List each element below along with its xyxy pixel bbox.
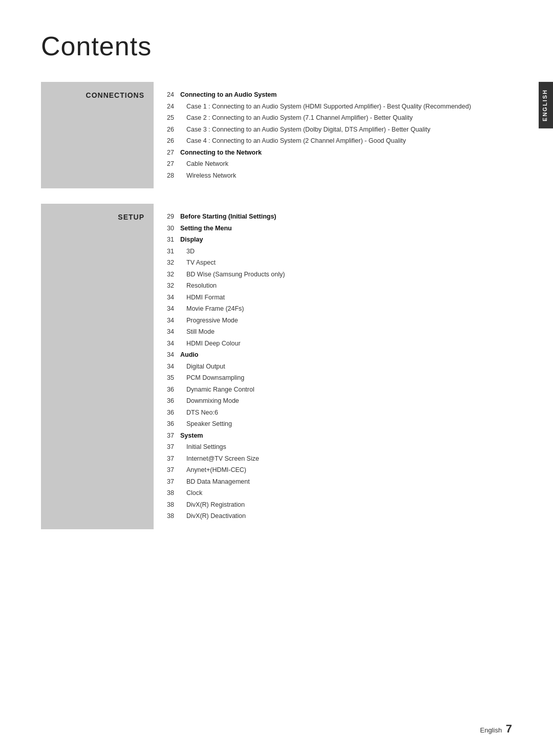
- toc-entry-text: TV Aspect: [180, 258, 216, 267]
- toc-page-number: 29: [164, 212, 180, 222]
- toc-entry-text: Case 4 : Connecting to an Audio System (…: [180, 136, 406, 145]
- toc-page-number: 34: [164, 339, 180, 349]
- toc-page-number: 34: [164, 304, 180, 314]
- toc-entry-text: Case 1 : Connecting to an Audio System (…: [180, 102, 471, 111]
- toc-row: 30Setting the Menu: [164, 223, 512, 234]
- toc-row: 38Clock: [164, 487, 512, 499]
- toc-row: 31Display: [164, 234, 512, 246]
- toc-page-number: 38: [164, 500, 180, 510]
- toc-page-number: 36: [164, 408, 180, 418]
- toc-entry-text: DivX(R) Deactivation: [180, 511, 246, 521]
- toc-page-number: 35: [164, 373, 180, 383]
- toc-entry-text: System: [180, 431, 203, 440]
- toc-page-number: 26: [164, 125, 180, 135]
- toc-entry-text: BD Wise (Samsung Products only): [180, 270, 285, 279]
- toc-page-number: 28: [164, 171, 180, 181]
- toc-entry-text: Initial Settings: [180, 442, 226, 451]
- toc-entry-text: PCM Downsampling: [180, 373, 244, 382]
- toc-page-number: 38: [164, 488, 180, 498]
- section-content-connections: 24Connecting to an Audio System24Case 1 …: [154, 82, 512, 188]
- toc-row: 34HDMI Format: [164, 292, 512, 304]
- toc-entry-text: Connecting to an Audio System: [180, 90, 276, 99]
- toc-entry-text: Connecting to the Network: [180, 148, 262, 157]
- footer-language: English: [480, 726, 502, 734]
- toc-page-number: 27: [164, 159, 180, 169]
- toc-entry-text: DivX(R) Registration: [180, 500, 245, 509]
- toc-row: 37Initial Settings: [164, 441, 512, 453]
- toc-entry-text: Downmixing Mode: [180, 396, 239, 405]
- toc-row: 36Speaker Setting: [164, 418, 512, 430]
- toc-entry-text: Movie Frame (24Fs): [180, 304, 244, 313]
- toc-row: 34Still Mode: [164, 326, 512, 338]
- toc-row: 36DTS Neo:6: [164, 407, 512, 419]
- toc-entry-text: Still Mode: [180, 327, 215, 336]
- toc-page-number: 24: [164, 90, 180, 100]
- toc-row: 27Cable Network: [164, 158, 512, 170]
- toc-row: 313D: [164, 246, 512, 257]
- toc-entry-text: Speaker Setting: [180, 419, 232, 428]
- toc-entry-text: Digital Output: [180, 362, 225, 371]
- toc-page-number: 32: [164, 270, 180, 279]
- toc-entry-text: Internet@TV Screen Size: [180, 454, 259, 463]
- toc-row: 34HDMI Deep Colour: [164, 338, 512, 350]
- toc-page-number: 32: [164, 281, 180, 291]
- page-title: Contents: [0, 0, 553, 82]
- toc-row: 34Progressive Mode: [164, 315, 512, 327]
- toc-page-number: 36: [164, 385, 180, 395]
- toc-page-number: 37: [164, 477, 180, 487]
- section-label-box-connections: CONNECTIONS: [41, 82, 154, 188]
- toc-row: 32TV Aspect: [164, 257, 512, 269]
- toc-row: 37Anynet+(HDMI-CEC): [164, 464, 512, 476]
- toc-row: 34Movie Frame (24Fs): [164, 303, 512, 315]
- toc-row: 25Case 2 : Connecting to an Audio System…: [164, 112, 512, 124]
- toc-row: 37BD Data Management: [164, 476, 512, 488]
- toc-entry-text: HDMI Deep Colour: [180, 339, 241, 348]
- toc-entry-text: Resolution: [180, 281, 217, 290]
- toc-entry-text: HDMI Format: [180, 293, 225, 302]
- toc-page-number: 36: [164, 419, 180, 429]
- toc-row: 27Connecting to the Network: [164, 147, 512, 159]
- toc-row: 29Before Starting (Initial Settings): [164, 211, 512, 223]
- toc-page-number: 27: [164, 148, 180, 158]
- toc-entry-text: Case 2 : Connecting to an Audio System (…: [180, 113, 413, 122]
- toc-entry-text: Audio: [180, 350, 198, 359]
- toc-row: 26Case 4 : Connecting to an Audio System…: [164, 135, 512, 147]
- toc-page-number: 34: [164, 327, 180, 337]
- toc-entry-text: Case 3 : Connecting to an Audio System (…: [180, 125, 431, 134]
- toc-page-number: 24: [164, 102, 180, 112]
- footer-page: 7: [506, 722, 512, 735]
- toc-entry-text: Progressive Mode: [180, 316, 238, 325]
- toc-row: 36Downmixing Mode: [164, 395, 512, 407]
- toc-page-number: 37: [164, 465, 180, 475]
- toc-row: 32Resolution: [164, 280, 512, 292]
- toc-entry-text: BD Data Management: [180, 477, 250, 486]
- toc-entry-text: Wireless Network: [180, 171, 236, 180]
- toc-entry-text: Dynamic Range Control: [180, 385, 254, 394]
- toc-row: 34Digital Output: [164, 361, 512, 373]
- toc-entry-text: Cable Network: [180, 159, 228, 168]
- english-tab: ENGLISH: [539, 82, 553, 128]
- toc-page-number: 31: [164, 235, 180, 245]
- toc-page-number: 34: [164, 293, 180, 303]
- toc-row: 35PCM Downsampling: [164, 372, 512, 384]
- content-area: CONNECTIONS24Connecting to an Audio Syst…: [0, 82, 553, 560]
- toc-page-number: 37: [164, 431, 180, 441]
- toc-page-number: 34: [164, 316, 180, 326]
- toc-row: 24Case 1 : Connecting to an Audio System…: [164, 101, 512, 113]
- section-label-connections: CONNECTIONS: [86, 91, 144, 99]
- toc-row: 24Connecting to an Audio System: [164, 89, 512, 101]
- toc-row: 38DivX(R) Registration: [164, 499, 512, 511]
- toc-row: 36Dynamic Range Control: [164, 384, 512, 396]
- toc-row: 28Wireless Network: [164, 170, 512, 182]
- toc-page-number: 37: [164, 442, 180, 452]
- toc-entry-text: Display: [180, 235, 203, 244]
- toc-row: 34Audio: [164, 349, 512, 361]
- section-label-box-setup: SETUP: [41, 204, 154, 529]
- section-content-setup: 29Before Starting (Initial Settings)30Se…: [154, 204, 512, 529]
- toc-entry-text: DTS Neo:6: [180, 408, 218, 417]
- toc-entry-text: Anynet+(HDMI-CEC): [180, 465, 246, 474]
- toc-page-number: 38: [164, 511, 180, 521]
- toc-entry-text: Before Starting (Initial Settings): [180, 212, 276, 221]
- section-connections: CONNECTIONS24Connecting to an Audio Syst…: [41, 82, 512, 188]
- toc-row: 26Case 3 : Connecting to an Audio System…: [164, 124, 512, 136]
